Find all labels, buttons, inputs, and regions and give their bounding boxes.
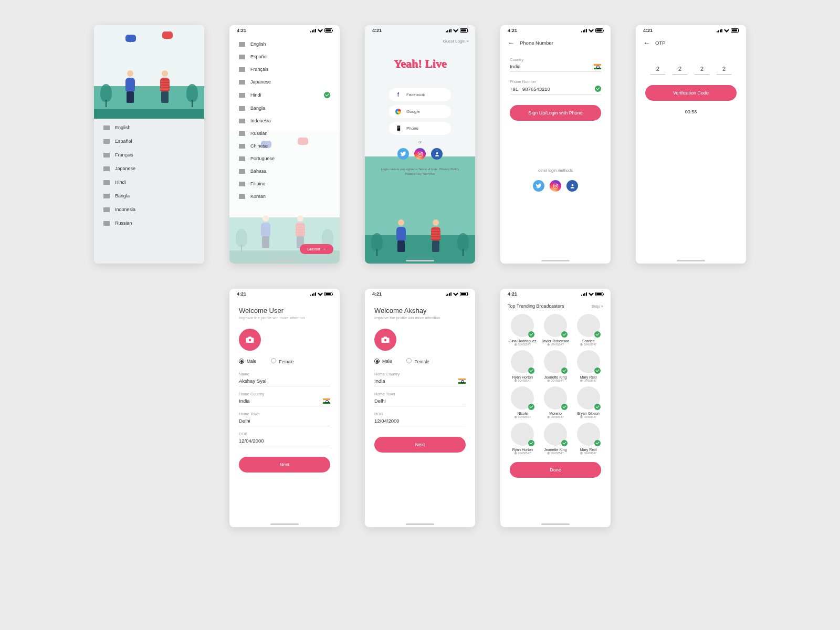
next-button[interactable]: Next — [239, 457, 330, 472]
flag-placeholder-icon — [239, 194, 245, 199]
female-radio[interactable]: Female — [271, 358, 293, 364]
otp-input-row[interactable]: 2 2 2 2 — [636, 66, 746, 75]
broadcaster-id: 00458547 — [508, 343, 538, 346]
check-icon — [528, 368, 534, 374]
language-label: English — [250, 41, 266, 47]
otp-digit[interactable]: 2 — [673, 66, 687, 75]
broadcaster-id: 00458547 — [573, 415, 603, 418]
broadcaster-name: Nicole — [508, 412, 538, 415]
language-list[interactable]: EnglishEspañolFrançaisJapaneseHindiBangl… — [229, 36, 340, 264]
next-button[interactable]: Next — [374, 437, 466, 453]
language-row[interactable]: Français — [94, 148, 204, 162]
language-row[interactable]: Bangla — [94, 189, 204, 203]
town-field[interactable]: Delhi — [239, 418, 330, 426]
flag-placeholder-icon — [103, 221, 110, 226]
town-field[interactable]: Delhi — [374, 398, 466, 406]
broadcaster-item[interactable]: Gina Rodringuez00458547 — [508, 314, 538, 346]
language-row[interactable]: English — [94, 121, 204, 134]
dob-field[interactable]: 12/04/2000 — [239, 438, 330, 446]
language-list[interactable]: EnglishEspañolFrançaisJapaneseHindiBangl… — [94, 119, 204, 264]
language-row[interactable]: Bangla — [229, 102, 340, 114]
otp-digit[interactable]: 2 — [695, 66, 709, 75]
country-field[interactable]: India — [239, 398, 330, 406]
broadcaster-item[interactable]: Bryan Gibson00458547 — [573, 386, 603, 418]
language-row[interactable]: Filipino — [229, 177, 340, 190]
broadcaster-item[interactable]: Ryan Horton00458547 — [508, 350, 538, 382]
otp-digit[interactable]: 2 — [650, 66, 665, 75]
language-row[interactable]: Bahasa — [229, 165, 340, 177]
login-facebook-button[interactable]: fFacebook — [389, 88, 451, 101]
phone-field[interactable]: +91 9876543210 — [510, 86, 601, 94]
instagram-button[interactable] — [550, 180, 561, 192]
language-row[interactable]: Korean — [229, 190, 340, 203]
country-field[interactable]: India — [374, 378, 466, 386]
female-radio[interactable]: Female — [406, 358, 429, 364]
back-icon[interactable]: ← — [643, 39, 650, 47]
broadcaster-item[interactable]: Mary Reid00458547 — [573, 423, 603, 455]
login-google-button[interactable]: GGoogle — [389, 105, 451, 118]
skip-link[interactable]: Skip » — [592, 304, 603, 309]
upload-photo-button[interactable] — [374, 329, 396, 351]
language-row[interactable]: Chinese — [229, 140, 340, 152]
broadcaster-name: Javier Robertson — [541, 339, 571, 343]
check-icon — [595, 86, 601, 92]
broadcaster-item[interactable]: Scarlett00458547 — [573, 314, 603, 346]
timer-text: 00:58 — [636, 109, 746, 114]
language-row[interactable]: Portuguese — [229, 152, 340, 165]
broadcaster-item[interactable]: Javier Robertson00458547 — [541, 314, 571, 346]
language-row[interactable]: Russian — [94, 216, 204, 230]
page-title: OTP — [655, 40, 666, 46]
svg-point-7 — [571, 184, 573, 186]
broadcaster-item[interactable]: Ryan Horton00458547 — [508, 423, 538, 455]
dob-field[interactable]: 12/04/2000 — [374, 418, 466, 426]
flag-placeholder-icon — [103, 125, 110, 130]
instagram-button[interactable] — [414, 148, 426, 160]
profile-button[interactable] — [566, 180, 578, 192]
submit-button[interactable]: Submit→ — [300, 244, 333, 254]
camera-icon — [245, 335, 255, 344]
language-row[interactable]: Español — [229, 50, 340, 63]
guest-login-link[interactable]: Guest Login » — [443, 39, 469, 44]
back-icon[interactable]: ← — [508, 39, 514, 47]
broadcaster-name: Scarlett — [573, 339, 603, 343]
language-label: Korean — [250, 194, 266, 199]
otp-digit[interactable]: 2 — [717, 66, 731, 75]
broadcaster-item[interactable]: Jeanette King00458547 — [541, 423, 571, 455]
done-button[interactable]: Done — [510, 462, 601, 478]
broadcaster-item[interactable]: Nicole00458547 — [508, 386, 538, 418]
screen-phone-number: 4:21 ←Phone Number CountryIndia Phone Nu… — [500, 25, 611, 264]
avatar — [544, 423, 567, 446]
broadcaster-item[interactable]: Mary Reid00458547 — [573, 350, 603, 382]
language-row[interactable]: English — [229, 38, 340, 50]
status-bar: 4:21 — [229, 25, 340, 36]
verification-code-button[interactable]: Verification Code — [645, 85, 737, 101]
twitter-button[interactable] — [533, 180, 544, 192]
broadcaster-id: 00458547 — [541, 379, 571, 382]
broadcaster-item[interactable]: Moreno00458547 — [541, 386, 571, 418]
signup-login-phone-button[interactable]: Sign Up/Login with Phone — [510, 105, 601, 121]
profile-button[interactable] — [431, 148, 443, 160]
language-row[interactable]: Russian — [229, 127, 340, 140]
male-radio[interactable]: Male — [374, 359, 392, 364]
page-title: Top Trending Broadcasters — [508, 303, 564, 309]
avatar — [544, 314, 567, 337]
male-radio[interactable]: Male — [239, 359, 256, 364]
language-row[interactable]: Hindi — [94, 175, 204, 189]
flag-placeholder-icon — [239, 67, 245, 72]
language-row[interactable]: Hindi — [229, 88, 340, 102]
language-row[interactable]: Japanese — [94, 162, 204, 175]
login-phone-button[interactable]: 📱Phone — [389, 122, 451, 135]
broadcaster-item[interactable]: Jeanette King00458547 — [541, 350, 571, 382]
language-row[interactable]: Indonesia — [94, 203, 204, 216]
name-field[interactable]: Akshay Syal — [239, 378, 330, 386]
flag-placeholder-icon — [239, 156, 245, 161]
svg-point-2 — [421, 152, 422, 153]
twitter-button[interactable] — [397, 148, 409, 160]
language-row[interactable]: Indonesia — [229, 114, 340, 127]
language-row[interactable]: Japanese — [229, 76, 340, 88]
upload-photo-button[interactable] — [239, 329, 261, 351]
language-row[interactable]: Français — [229, 63, 340, 76]
wifi-icon — [318, 28, 323, 33]
language-row[interactable]: Español — [94, 134, 204, 148]
country-field[interactable]: India — [510, 64, 601, 72]
